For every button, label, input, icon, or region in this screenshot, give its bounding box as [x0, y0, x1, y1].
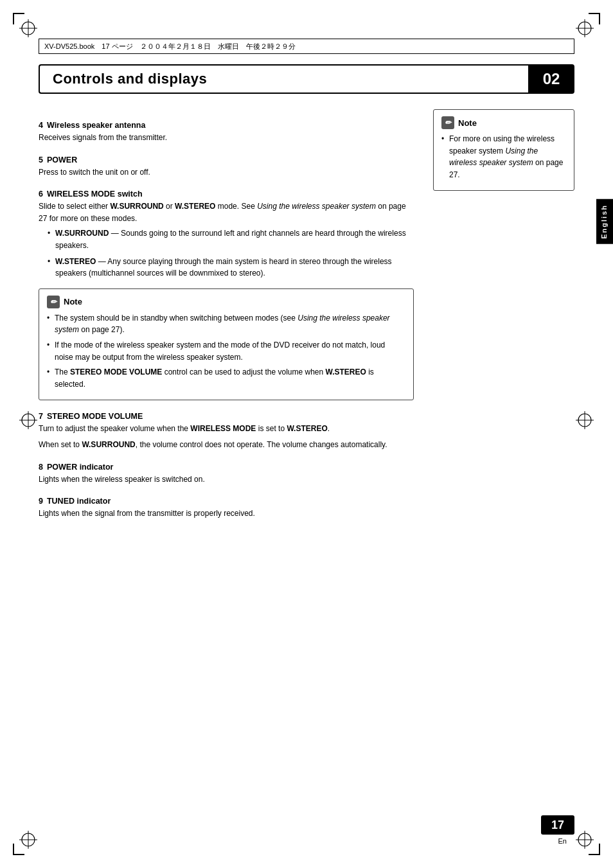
section-4-body: Receives signals from the transmitter.: [39, 132, 414, 144]
section-6-body: Slide to select either W.SURROUND or W.S…: [39, 200, 414, 224]
language-tab: English: [596, 199, 613, 244]
section-6: 6WIRELESS MODE switch Slide to select ei…: [39, 190, 414, 279]
section-9-heading: 9TUNED indicator: [39, 497, 414, 506]
page-title: Controls and displays: [53, 71, 207, 87]
chapter-number: 02: [528, 64, 574, 94]
section-7: 7STEREO MODE VOLUME Turn to adjust the s…: [39, 412, 414, 450]
section-5-heading: 5POWER: [39, 155, 414, 164]
bullet-wsurround: W.SURROUND — Sounds going to the surroun…: [48, 227, 414, 251]
page-number-box: 17: [541, 815, 574, 835]
bullet-wstereo: W.STEREO — Any source playing through th…: [48, 256, 414, 279]
section-4-heading: 4Wireless speaker antenna: [39, 121, 414, 130]
corner-bracket-bl: [13, 844, 24, 855]
page-en-label: En: [558, 837, 567, 845]
note-1-item-2: If the mode of the wireless speaker syst…: [47, 339, 405, 363]
meta-bar: XV-DV525.book 17 ページ ２００４年２月１８日 水曜日 午後２時…: [39, 39, 574, 54]
left-column: 4Wireless speaker antenna Receives signa…: [39, 109, 433, 804]
note-box-right-items: For more on using the wireless speaker s…: [441, 133, 566, 181]
section-8-heading: 8POWER indicator: [39, 463, 414, 472]
header-title-box: Controls and displays: [39, 64, 528, 94]
note-icon-right: ✏: [441, 116, 454, 129]
note-box-1: ✏ Note The system should be in standby w…: [39, 288, 414, 401]
content-area: 4Wireless speaker antenna Receives signa…: [39, 109, 574, 804]
note-icon-1: ✏: [47, 296, 60, 308]
section-7-heading: 7STEREO MODE VOLUME: [39, 412, 414, 421]
corner-bracket-tl: [13, 13, 24, 24]
note-1-item-3: The STEREO MODE VOLUME control can be us…: [47, 366, 405, 390]
note-box-1-items: The system should be in standby when swi…: [47, 312, 405, 391]
section-8-body: Lights when the wireless speaker is swit…: [39, 474, 414, 486]
section-6-heading: 6WIRELESS MODE switch: [39, 190, 414, 199]
meta-bar-text: XV-DV525.book 17 ページ ２００４年２月１８日 水曜日 午後２時…: [44, 42, 296, 51]
right-column: ✏ Note For more on using the wireless sp…: [433, 109, 574, 804]
section-9-body: Lights when the signal from the transmit…: [39, 508, 414, 520]
section-7-body2: When set to W.SURROUND, the volume contr…: [39, 439, 414, 451]
page-header: Controls and displays 02: [39, 64, 574, 94]
section-6-bullets: W.SURROUND — Sounds going to the surroun…: [48, 227, 414, 279]
section-8: 8POWER indicator Lights when the wireles…: [39, 463, 414, 486]
section-7-body1: Turn to adjust the speaker volume when t…: [39, 423, 414, 435]
section-9: 9TUNED indicator Lights when the signal …: [39, 497, 414, 520]
section-4: 4Wireless speaker antenna Receives signa…: [39, 121, 414, 144]
reg-mark-mid-right: [576, 411, 594, 429]
section-5-body: Press to switch the unit on or off.: [39, 166, 414, 179]
section-5: 5POWER Press to switch the unit on or of…: [39, 155, 414, 179]
note-box-right: ✏ Note For more on using the wireless sp…: [433, 109, 574, 191]
note-box-right-header: ✏ Note: [441, 116, 566, 129]
note-right-item-1: For more on using the wireless speaker s…: [441, 133, 566, 181]
corner-bracket-br: [589, 844, 600, 855]
note-box-1-header: ✏ Note: [47, 296, 405, 308]
reg-mark-mid-left: [19, 411, 37, 429]
corner-bracket-tr: [589, 13, 600, 24]
note-1-item-1: The system should be in standby when swi…: [47, 312, 405, 336]
